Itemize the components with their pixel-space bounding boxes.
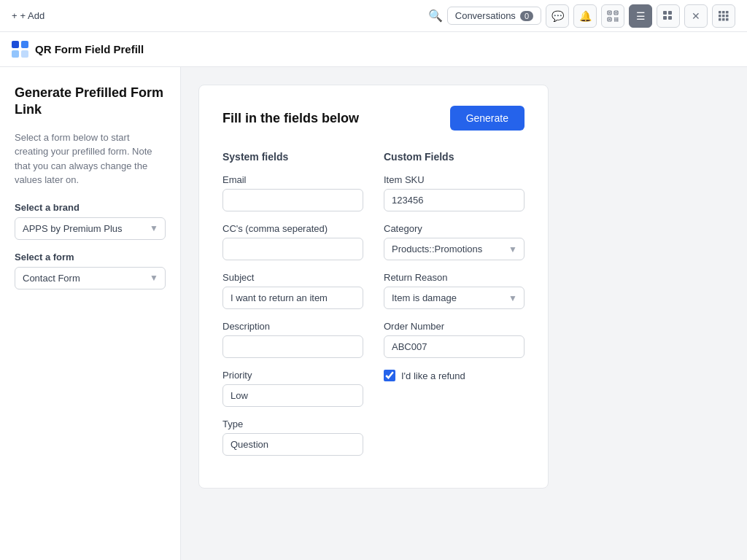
grid-icon: [663, 11, 673, 21]
form-select-label: Select a form: [15, 252, 166, 262]
return-reason-field-group: Return Reason Item is damage ▼: [384, 272, 525, 309]
chat-icon-button[interactable]: 💬: [546, 4, 569, 28]
svg-rect-24: [726, 15, 729, 18]
qr-icon: [607, 10, 619, 22]
return-reason-select-wrapper: Item is damage ▼: [384, 287, 525, 309]
sub-navigation: QR Form Field Prefill: [0, 32, 747, 67]
priority-field-group: Priority: [222, 370, 363, 407]
sidebar-title: Generate Prefilled Form Link: [15, 85, 166, 119]
form-card: Fill in the fields below Generate System…: [198, 85, 549, 489]
search-icon[interactable]: 🔍: [428, 9, 443, 23]
sidebar: Generate Prefilled Form Link Select a fo…: [0, 67, 181, 560]
bell-icon-button[interactable]: 🔔: [573, 4, 597, 28]
conversations-badge: 0: [520, 11, 533, 21]
svg-rect-6: [614, 18, 616, 19]
card-heading: Fill in the fields below: [222, 111, 359, 126]
description-label: Description: [222, 321, 363, 332]
add-button[interactable]: + + Add: [12, 10, 44, 21]
sidebar-description: Select a form below to start creating yo…: [15, 131, 166, 187]
refund-label: I'd like a refund: [401, 370, 465, 381]
svg-rect-3: [609, 12, 611, 13]
category-select-wrapper: Products::Promotions ▼: [384, 238, 525, 260]
svg-rect-12: [614, 20, 616, 22]
svg-rect-20: [722, 11, 725, 14]
item-sku-field-group: Item SKU: [384, 174, 525, 211]
svg-rect-25: [719, 18, 721, 21]
add-label: + Add: [20, 10, 45, 21]
subject-label: Subject: [222, 272, 363, 283]
apps-icon: [719, 11, 729, 21]
email-input[interactable]: [222, 189, 363, 211]
svg-rect-14: [617, 20, 619, 22]
app-title: QR Form Field Prefill: [35, 43, 144, 55]
custom-fields-column: Custom Fields Item SKU Category Products…: [384, 151, 525, 467]
category-select[interactable]: Products::Promotions: [384, 238, 525, 260]
svg-rect-13: [616, 20, 617, 22]
item-sku-label: Item SKU: [384, 174, 525, 185]
card-header: Fill in the fields below Generate: [222, 106, 525, 131]
svg-rect-18: [668, 16, 672, 20]
brand-icon: [12, 41, 29, 58]
svg-rect-26: [722, 18, 725, 21]
category-label: Category: [384, 223, 525, 234]
order-number-input[interactable]: [384, 335, 525, 358]
svg-rect-19: [719, 11, 721, 14]
category-field-group: Category Products::Promotions ▼: [384, 223, 525, 260]
svg-rect-17: [663, 16, 667, 20]
cc-field-group: CC's (comma seperated): [222, 223, 363, 260]
description-field-group: Description: [222, 321, 363, 358]
grid-icon-button[interactable]: [657, 4, 680, 28]
type-label: Type: [222, 419, 363, 429]
subject-field-group: Subject: [222, 272, 363, 309]
priority-input[interactable]: [222, 384, 363, 407]
svg-rect-21: [726, 11, 729, 14]
svg-rect-23: [722, 15, 725, 18]
subject-input[interactable]: [222, 287, 363, 309]
svg-rect-22: [719, 15, 721, 18]
email-field-group: Email: [222, 174, 363, 211]
brand-select[interactable]: APPS by Premium Plus: [15, 217, 166, 240]
main-layout: Generate Prefilled Form Link Select a fo…: [0, 67, 747, 560]
svg-rect-9: [614, 19, 616, 20]
svg-rect-5: [609, 18, 611, 20]
form-select[interactable]: Contact Form: [15, 267, 166, 289]
generate-button[interactable]: Generate: [450, 106, 525, 131]
system-fields-column: System fields Email CC's (comma seperate…: [222, 151, 363, 467]
cc-label: CC's (comma seperated): [222, 223, 363, 234]
order-number-label: Order Number: [384, 321, 525, 332]
apps-icon-button[interactable]: [712, 4, 735, 28]
close-icon-button[interactable]: ✕: [684, 4, 708, 28]
conversations-button[interactable]: Conversations 0: [447, 7, 541, 25]
custom-fields-title: Custom Fields: [384, 151, 525, 163]
svg-rect-10: [616, 19, 617, 20]
conversations-label: Conversations: [455, 10, 516, 21]
plus-icon: +: [12, 10, 18, 21]
svg-rect-7: [616, 18, 617, 19]
type-input[interactable]: [222, 433, 363, 456]
svg-rect-11: [617, 19, 619, 20]
brand-select-label: Select a brand: [15, 202, 166, 213]
fields-layout: System fields Email CC's (comma seperate…: [222, 151, 525, 467]
svg-rect-16: [668, 11, 672, 15]
brand-select-wrapper: APPS by Premium Plus ▼: [15, 217, 166, 240]
svg-rect-15: [663, 11, 667, 15]
priority-label: Priority: [222, 370, 363, 381]
list-icon-button[interactable]: ☰: [629, 4, 652, 28]
top-navigation: + + Add 🔍 Conversations 0 💬 🔔: [0, 0, 747, 32]
cc-input[interactable]: [222, 238, 363, 260]
description-input[interactable]: [222, 335, 363, 358]
return-reason-select[interactable]: Item is damage: [384, 287, 525, 309]
order-number-field-group: Order Number: [384, 321, 525, 358]
right-panel: [566, 67, 747, 560]
refund-checkbox[interactable]: [384, 370, 395, 381]
qr-icon-button[interactable]: [601, 4, 624, 28]
item-sku-input[interactable]: [384, 189, 525, 211]
email-label: Email: [222, 174, 363, 185]
return-reason-label: Return Reason: [384, 272, 525, 283]
system-fields-title: System fields: [222, 151, 363, 163]
refund-checkbox-row: I'd like a refund: [384, 370, 525, 381]
svg-rect-4: [616, 12, 617, 13]
content-area: Fill in the fields below Generate System…: [181, 67, 566, 560]
svg-rect-8: [617, 18, 619, 19]
form-select-wrapper: Contact Form ▼: [15, 267, 166, 289]
